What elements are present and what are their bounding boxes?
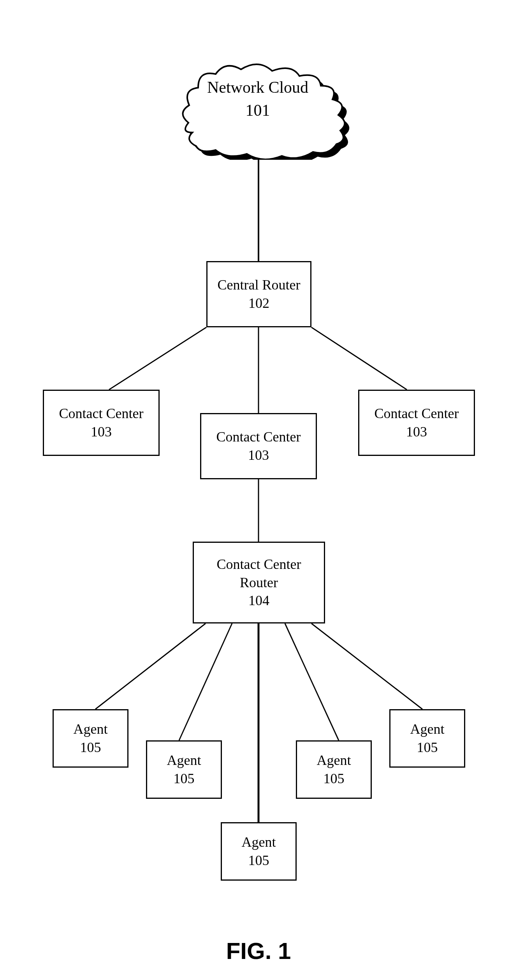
svg-line-6: [179, 623, 232, 740]
agent-5-number: 105: [248, 851, 269, 870]
svg-line-3: [311, 327, 407, 390]
cc-mid-number: 103: [248, 446, 269, 464]
svg-line-1: [109, 327, 206, 390]
central-router-label: Central Router: [218, 276, 301, 294]
agent-4-node: Agent 105: [389, 709, 465, 768]
agent-2-node: Agent 105: [146, 740, 222, 799]
agent-2-number: 105: [174, 770, 195, 788]
contact-center-mid-node: Contact Center 103: [200, 413, 317, 479]
agent-1-node: Agent 105: [53, 709, 128, 768]
cc-right-label: Contact Center: [375, 404, 459, 423]
svg-line-8: [285, 623, 339, 740]
cc-left-label: Contact Center: [59, 404, 144, 423]
svg-line-5: [95, 623, 206, 709]
agent-1-number: 105: [80, 738, 101, 757]
agent-2-label: Agent: [167, 751, 201, 770]
cc-left-number: 103: [91, 423, 112, 441]
central-router-number: 102: [248, 294, 269, 313]
agent-1-label: Agent: [74, 720, 108, 738]
connections: [0, 19, 517, 955]
cc-router-label: Contact Center Router: [217, 555, 301, 592]
diagram-container: Network Cloud 101 Central Router 102 Con…: [0, 19, 517, 955]
agent-5-label: Agent: [242, 833, 276, 851]
svg-line-9: [311, 623, 422, 709]
cc-mid-label: Contact Center: [216, 428, 301, 446]
agent-3-label: Agent: [317, 751, 351, 770]
cc-router-node: Contact Center Router 104: [193, 542, 325, 623]
agent-3-node: Agent 105: [296, 740, 372, 799]
figure-label: FIG. 1: [226, 938, 291, 964]
cc-router-number: 104: [248, 592, 269, 610]
agent-3-number: 105: [324, 770, 345, 788]
cc-right-number: 103: [406, 423, 427, 441]
contact-center-left-node: Contact Center 103: [43, 390, 160, 456]
agent-4-number: 105: [417, 738, 438, 757]
agent-5-node: Agent 105: [221, 822, 297, 881]
contact-center-right-node: Contact Center 103: [358, 390, 475, 456]
agent-4-label: Agent: [410, 720, 445, 738]
central-router-node: Central Router 102: [206, 261, 311, 327]
